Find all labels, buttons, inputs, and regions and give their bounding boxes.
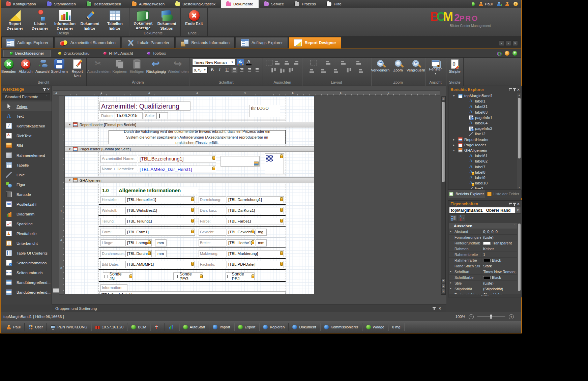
- menu-item[interactable]: Auftragswesen: [126, 0, 170, 8]
- checkbox-icon[interactable]: [227, 275, 230, 278]
- scroll-down-icon[interactable]: ▼: [518, 186, 521, 188]
- italic-button[interactable]: I: [217, 67, 223, 73]
- toolbox-tool[interactable]: Table Of Contents: [1, 248, 52, 258]
- tree-scrollbar[interactable]: ▲ ▼: [517, 93, 521, 189]
- taskbar-item[interactable]: User: [25, 323, 47, 331]
- property-row[interactable]: ▸Hintergrundfarb Transparent: [449, 240, 517, 246]
- property-value[interactable]: Keiner: [481, 247, 517, 251]
- align-tool-button[interactable]: [265, 59, 273, 66]
- datum-value-box[interactable]: 15.06.2015: [115, 112, 143, 119]
- align-tool-button[interactable]: [287, 67, 295, 74]
- expander-icon[interactable]: ▸: [450, 287, 451, 290]
- menu-item[interactable]: Dokumente: [221, 0, 259, 8]
- field-value-box[interactable]: [TBL.Durchme: [125, 250, 152, 257]
- align-tool-button[interactable]: [270, 67, 277, 74]
- property-row[interactable]: ▸Abstand 0; 0; 0; 0: [449, 229, 517, 235]
- help-circle-icon[interactable]: ?: [512, 51, 517, 56]
- checkbox-icon[interactable]: [105, 275, 108, 278]
- field-value-box[interactable]: [TBL.DarKurz1]: [227, 207, 284, 214]
- property-value[interactable]: Transparent: [481, 241, 517, 245]
- toolbar-button[interactable]: Kopieren: [112, 59, 128, 75]
- toolbar-button[interactable]: Ausschneiden: [87, 59, 111, 75]
- document-tab[interactable]: Report Designer: [289, 37, 341, 49]
- layout-tool-button[interactable]: [340, 59, 348, 66]
- tree-expander-icon[interactable]: [453, 149, 457, 152]
- underline-button[interactable]: U: [224, 67, 230, 73]
- close-icon[interactable]: ×: [517, 202, 520, 206]
- field-value-box[interactable]: [TBL.Form1]: [125, 229, 195, 236]
- validation-text-box[interactable]: Durch die Validierung wird der dokumenti…: [109, 130, 286, 144]
- font-size-select[interactable]: 9,75▼: [192, 67, 208, 73]
- tree-item[interactable]: label64: [449, 120, 517, 126]
- toolbox-tool[interactable]: Diagramm: [1, 209, 52, 219]
- taskbar-item[interactable]: Kopieren: [259, 323, 289, 331]
- band-collapse-icon[interactable]: ▼: [68, 148, 71, 151]
- field-label-box[interactable]: Gewicht:: [199, 229, 226, 236]
- property-value[interactable]: Times New Roman;...: [481, 270, 517, 274]
- pin-icon[interactable]: [434, 307, 435, 310]
- toolbox-tool[interactable]: RichText: [1, 131, 52, 141]
- toolbar-button[interactable]: Speichern: [51, 59, 67, 75]
- document-tab[interactable]: Lokale Parameter: [122, 37, 175, 49]
- toolbox-tool[interactable]: Barcode: [1, 189, 52, 199]
- tab-nav-button[interactable]: [506, 40, 511, 46]
- field-label-box[interactable]: Makierung:: [199, 250, 226, 257]
- tree-item[interactable]: label10: [449, 180, 517, 186]
- toolbox-tool[interactable]: Zeiger: [1, 101, 52, 111]
- band-ghallgemein[interactable]: ▼ GHAllgemein: [65, 177, 314, 183]
- layout-tool-button[interactable]: [358, 67, 365, 74]
- tree-item[interactable]: line2: [449, 186, 517, 189]
- toolbox-tool[interactable]: Bild: [1, 141, 52, 150]
- document-tab[interactable]: Auftrags Explorer: [1, 37, 54, 49]
- taskbar-item[interactable]: 10.57.161.20: [91, 323, 127, 331]
- align-tool-button[interactable]: [292, 59, 299, 66]
- tab-nav-button[interactable]: [512, 40, 518, 46]
- field-value-box[interactable]: [TBL.AMBez_Dar_Herst1]: [138, 166, 216, 173]
- field-label-box[interactable]: Darr. kurz:: [199, 207, 226, 214]
- menu-item[interactable]: Konfiguration: [1, 0, 41, 8]
- layout-tool-button[interactable]: [308, 67, 316, 74]
- scrollbar-thumb[interactable]: [442, 102, 445, 182]
- property-value[interactable]: 1: [481, 253, 517, 257]
- field-label-box[interactable]: Breite:: [199, 239, 226, 246]
- toolbar-button[interactable]: Abbruch: [18, 59, 34, 75]
- property-value[interactable]: (Liste): [481, 235, 517, 239]
- highlight-color-button[interactable]: ab: [237, 59, 244, 65]
- field-value-box[interactable]: [TBL.Gewicht1]: [227, 229, 255, 236]
- align-left-button[interactable]: [232, 67, 237, 73]
- layout-tool-button[interactable]: [355, 59, 363, 66]
- tree-item[interactable]: label31: [449, 104, 517, 109]
- close-icon[interactable]: ×: [47, 88, 50, 91]
- menu-item[interactable]: Prozess: [289, 0, 321, 8]
- maximize-icon[interactable]: [509, 88, 512, 91]
- tree-expander-icon[interactable]: [453, 94, 457, 97]
- field-label-box[interactable]: Hersteller:: [100, 196, 125, 203]
- tree-item[interactable]: topMarginBand1: [449, 93, 517, 98]
- expander-icon[interactable]: ▸: [450, 281, 451, 284]
- align-tool-button[interactable]: [274, 59, 282, 66]
- seite-label-box[interactable]: Seite:: [144, 112, 156, 119]
- checkbox-sonde-jn[interactable]: Sonde JN: [103, 272, 133, 280]
- property-value[interactable]: (Liste): [481, 281, 517, 285]
- taskbar-item[interactable]: Paul: [3, 323, 25, 331]
- info-icon[interactable]: i: [513, 2, 518, 6]
- toolbox-tool[interactable]: Bandübergreifend...: [1, 287, 52, 297]
- layout-tool-button[interactable]: [320, 67, 328, 74]
- field-label-box[interactable]: Länge:: [100, 239, 125, 246]
- ribbon-button[interactable]: Listen Designer: [28, 9, 52, 31]
- section-number-box[interactable]: 1.0: [100, 187, 111, 194]
- align-right-button[interactable]: [246, 67, 252, 73]
- align-justify-button[interactable]: [254, 67, 260, 73]
- layout-tool-button[interactable]: [325, 59, 333, 66]
- field-label-box[interactable]: Form:: [100, 229, 125, 236]
- toolbox-tool[interactable]: Pivottabelle: [1, 229, 52, 238]
- zoom-out-button[interactable]: −: [469, 314, 474, 319]
- page-down-icon[interactable]: ▼: [441, 289, 445, 293]
- menu-item[interactable]: Hilfe: [321, 0, 347, 8]
- toolbar-button[interactable]: Auswahl: [34, 59, 51, 75]
- logo-placeholder-box[interactable]: Ihr LOGO: [249, 105, 280, 117]
- page-up-icon[interactable]: ▲: [441, 284, 445, 288]
- expander-icon[interactable]: ▸: [450, 270, 451, 273]
- empty-image-box[interactable]: [220, 156, 260, 167]
- panel-tab[interactable]: Liste der Felder: [485, 190, 522, 198]
